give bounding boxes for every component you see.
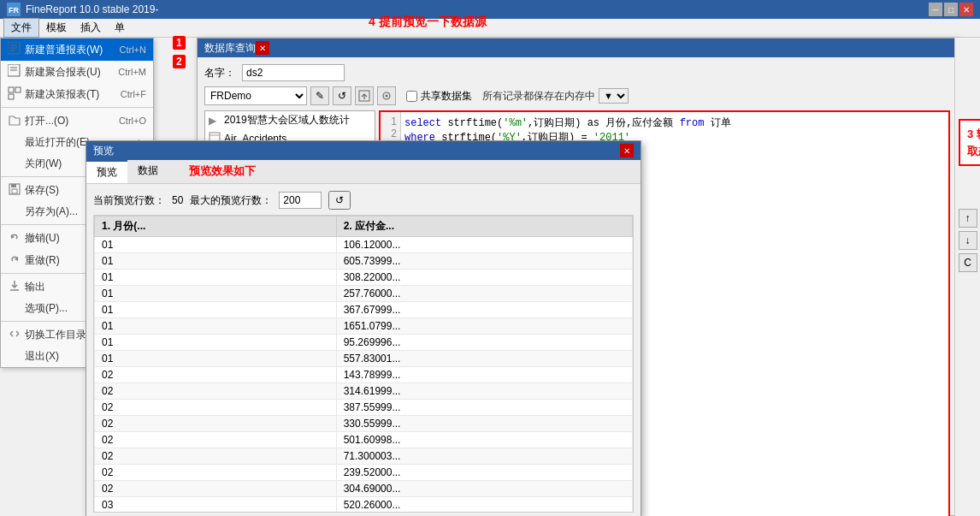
share-checkbox-row: 共享数据集 所有记录都保存在内存中 ▼ (406, 88, 629, 104)
svg-text:FR: FR (9, 6, 19, 15)
badge-2: 2 (173, 55, 186, 68)
menu-item-icon-switchdir (8, 327, 25, 342)
share-label: 共享数据集 (421, 89, 472, 104)
table-cell: 71.300003... (336, 448, 632, 465)
maximize-btn[interactable]: □ (944, 3, 958, 16)
table-cell: 143.78999... (336, 367, 632, 383)
table-cell: 239.52000... (336, 465, 632, 481)
preview-refresh-btn[interactable]: ↺ (328, 191, 351, 210)
table-row: 01308.22000... (95, 270, 633, 286)
preview-tabs: 预览 数据 预览效果如下 (86, 160, 641, 184)
table-row: 03520.26000... (95, 497, 633, 513)
menu-item-new-decision[interactable]: 新建决策报表(T) Ctrl+F (1, 83, 153, 105)
table-row: 0271.300003... (95, 448, 633, 465)
app-title: FineReport 10.0 stable 2019- (26, 3, 929, 15)
name-input[interactable] (242, 64, 345, 81)
menu-item-number (8, 42, 25, 57)
dialog-title: 数据库查询 (204, 41, 256, 56)
menu-item-icon-redo (8, 252, 25, 268)
preview-content: 当前预览行数： 50 最大的预览行数： ↺ 1. 月份(... 2. 应付金..… (86, 184, 641, 516)
status-text: 所有记录都保存在内存中 (482, 89, 595, 104)
table-row: 0195.269996... (95, 335, 633, 351)
scroll-up-btn[interactable]: ↑ (959, 209, 977, 228)
minimize-btn[interactable]: ─ (929, 3, 942, 16)
svg-rect-10 (15, 87, 21, 92)
table-row: 01257.76000... (95, 286, 633, 302)
table-cell: 02 (95, 481, 337, 497)
preview-close-button[interactable]: ✕ (620, 144, 634, 157)
toolbar-row: FRDemo ✎ ↺ 共享数据集 所有记录都保存在内存中 ▼ (204, 86, 950, 105)
table-cell: 01 (95, 286, 337, 302)
menu-item-open[interactable]: 打开...(O) Ctrl+O (1, 110, 153, 132)
preview-tab-data[interactable]: 数据 (127, 160, 168, 183)
table-cell: 02 (95, 400, 337, 416)
menu-item-new-report[interactable]: 新建普通报表(W) Ctrl+N (1, 39, 153, 61)
preview-annotation-label: 预览效果如下 (182, 160, 263, 183)
table-row: 01605.73999... (95, 253, 633, 270)
refresh-btn[interactable]: ↺ (333, 86, 351, 105)
menu-new-agg-shortcut: Ctrl+M (118, 67, 146, 77)
menu-insert[interactable]: 插入 (74, 19, 108, 37)
separator-1 (1, 107, 153, 108)
scroll-down-btn[interactable]: ↓ (959, 231, 977, 250)
menu-template[interactable]: 模板 (39, 19, 74, 37)
table-cell: 02 (95, 432, 337, 448)
table-row: 02330.55999... (95, 416, 633, 432)
upload-btn[interactable] (355, 86, 374, 105)
share-checkbox[interactable] (406, 91, 417, 102)
edit-btn[interactable]: ✎ (310, 86, 329, 105)
table-cell: 02 (95, 416, 337, 432)
title-bar: FR FineReport 10.0 stable 2019- ─ □ ✕ (0, 0, 980, 19)
current-rows-value: 50 (172, 194, 183, 206)
db-select[interactable]: FRDemo (204, 86, 307, 105)
menu-file[interactable]: 文件 (3, 18, 39, 38)
menu-new-decision-label: 新建决策报表(T) (25, 87, 114, 102)
menu-new-agg-label: 新建聚合报表(U) (25, 65, 111, 80)
table-row: 01557.83001... (95, 351, 633, 367)
table-cell: 01 (95, 253, 337, 270)
table-cell: 02 (95, 448, 337, 465)
table-cell: 95.269996... (336, 335, 632, 351)
table-cell: 01 (95, 270, 337, 286)
badge-1: 1 (173, 36, 186, 50)
svg-rect-9 (9, 87, 14, 92)
preview-dialog: 预览 ✕ 预览 数据 预览效果如下 当前预览行数： 50 最大的预览行数： ↺ … (86, 140, 641, 516)
preview-icon-btn[interactable] (377, 86, 396, 105)
max-rows-input[interactable] (279, 192, 322, 209)
app-icon: FR (7, 3, 21, 16)
preview-tab-preview[interactable]: 预览 (86, 160, 127, 183)
table-row: 011651.0799... (95, 318, 633, 335)
window-controls: ─ □ ✕ (929, 3, 973, 16)
menu-item-icon-decision (8, 86, 25, 102)
col-header-amount: 2. 应付金... (336, 216, 632, 237)
table-cell: 106.12000... (336, 237, 632, 253)
name-row: 名字： (204, 64, 950, 81)
menu-item-new-agg[interactable]: 新建聚合报表(U) Ctrl+M (1, 61, 153, 83)
table-cell: 557.83001... (336, 351, 632, 367)
table-cell: 330.55999... (336, 416, 632, 432)
table-row: 01367.67999... (95, 302, 633, 318)
right-sidebar: ↑ ↓ C (954, 38, 980, 516)
table-cell: 01 (95, 302, 337, 318)
table-cell: 02 (95, 383, 337, 400)
status-select[interactable]: ▼ (599, 88, 629, 104)
table-row: 02501.60998... (95, 432, 633, 448)
table-cell: 01 (95, 318, 337, 335)
tree-item[interactable]: ▶ 2019智慧大会区域人数统计 (205, 111, 375, 129)
tree-icon: ▶ (209, 115, 222, 127)
sql-line-1: select strftime('%m',订购日期) as 月份,应付金额 fr… (404, 116, 945, 130)
menu-new-report-shortcut: Ctrl+N (120, 44, 146, 55)
preview-table-container[interactable]: 1. 月份(... 2. 应付金... 01106.12000...01605.… (93, 215, 634, 513)
side-refresh-btn[interactable]: C (959, 253, 977, 272)
current-rows-label: 当前预览行数： (93, 193, 165, 208)
menu-item-icon-save (8, 182, 25, 198)
name-label: 名字： (204, 66, 235, 80)
dialog-close-button[interactable]: ✕ (256, 41, 269, 55)
menu-more[interactable]: 单 (108, 19, 132, 37)
preview-controls: 当前预览行数： 50 最大的预览行数： ↺ (93, 191, 634, 210)
table-cell: 01 (95, 351, 337, 367)
svg-rect-13 (11, 184, 16, 187)
menu-item-icon-agg (8, 64, 25, 80)
close-btn[interactable]: ✕ (959, 3, 973, 16)
table-cell: 02 (95, 367, 337, 383)
